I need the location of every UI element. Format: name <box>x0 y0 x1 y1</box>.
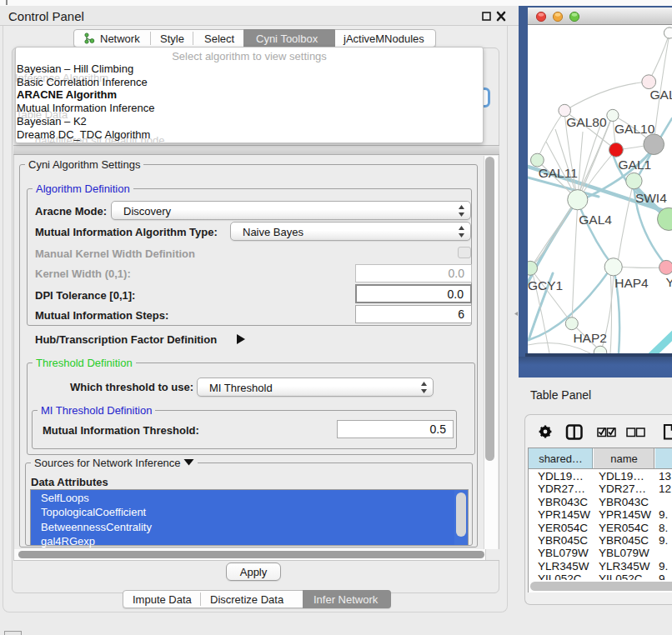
svg-text:GAL80: GAL80 <box>566 115 607 129</box>
svg-text:GCY1: GCY1 <box>528 278 563 292</box>
svg-text:HAP2: HAP2 <box>573 331 607 345</box>
svg-text:Y: Y <box>666 275 672 289</box>
svg-text:GAL1: GAL1 <box>619 158 652 172</box>
svg-text:GAL11: GAL11 <box>539 166 578 180</box>
svg-text:GAL4: GAL4 <box>579 212 612 227</box>
svg-text:SWI4: SWI4 <box>635 191 667 205</box>
svg-text:HAP4: HAP4 <box>614 276 649 290</box>
svg-text:GAL: GAL <box>650 88 672 102</box>
svg-text:GAL10: GAL10 <box>614 122 655 136</box>
